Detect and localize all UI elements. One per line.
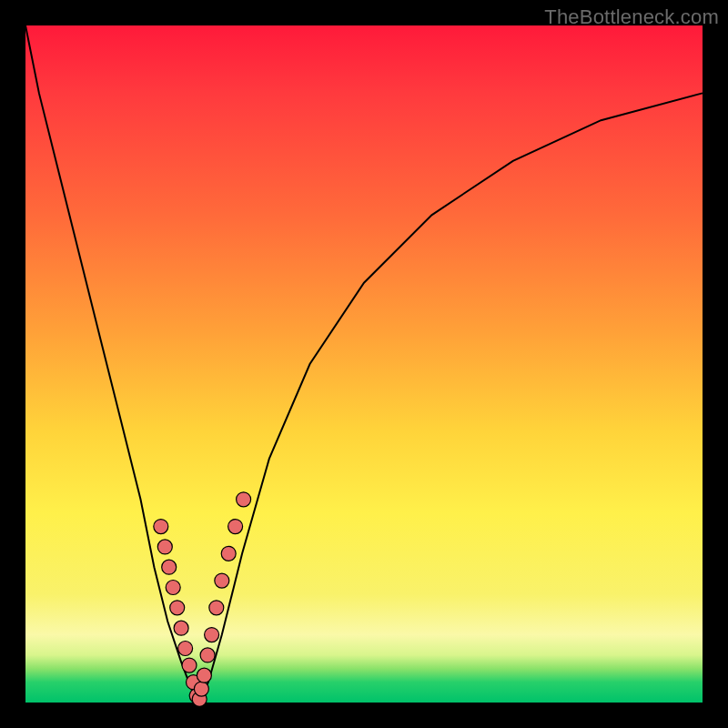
curve-layer [25,25,703,703]
bead-left [157,540,172,554]
bead-right [209,601,224,615]
bead-left [166,581,180,595]
chart-frame: TheBottleneck.com [0,0,728,728]
bead-right [197,668,211,682]
curve-left-branch [25,25,198,703]
bead-left [174,621,188,635]
plot-area [25,25,703,703]
bead-left [170,601,185,615]
bead-right [237,492,251,507]
bead-right [205,628,219,642]
bead-right [215,573,229,588]
bead-left [178,642,193,656]
watermark-text: TheBottleneck.com [544,5,719,29]
curve-right-branch [198,93,703,703]
bead-cluster [154,492,251,707]
bead-left [154,520,168,534]
bead-left [162,560,177,574]
bead-right [200,648,215,662]
bead-right [221,546,236,561]
bead-left [182,658,197,672]
bead-right [194,682,208,696]
bead-right [228,520,243,534]
